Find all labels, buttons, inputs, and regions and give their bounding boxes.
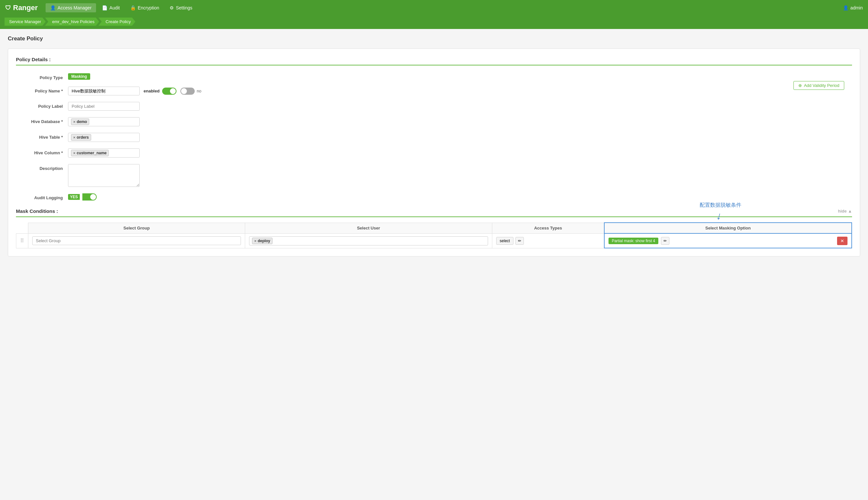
policy-details-title: Policy Details : bbox=[16, 57, 852, 66]
hive-database-wrap: × demo bbox=[68, 117, 852, 126]
nav-encryption-label: Encryption bbox=[138, 5, 159, 10]
nav-audit-label: Audit bbox=[110, 5, 120, 10]
policy-label-label: Policy Label bbox=[16, 102, 68, 109]
policy-card: Policy Details : Policy Type Masking ⊕ A… bbox=[8, 48, 860, 257]
no-label: no bbox=[197, 89, 201, 93]
policy-type-label: Policy Type bbox=[16, 73, 68, 80]
column-tag-text: customer_name bbox=[77, 151, 106, 155]
table-tag-text: orders bbox=[77, 135, 89, 140]
clock-icon: ⊕ bbox=[798, 83, 802, 88]
select-user-cell: × deploy bbox=[245, 234, 492, 248]
enabled-toggle-wrap: enabled bbox=[144, 88, 176, 95]
masking-option-cell: Partial mask: show first 4 ✏ ✕ bbox=[604, 234, 852, 248]
no-toggle-wrap: no bbox=[180, 88, 201, 95]
masking-option-edit-button[interactable]: ✏ bbox=[661, 237, 670, 245]
annotation-text: 配置数据脱敏条件 bbox=[700, 202, 741, 209]
top-navigation: 🛡 Ranger 👤 Access Manager 📄 Audit 🔒 Encr… bbox=[0, 0, 868, 16]
user-name: admin bbox=[850, 5, 863, 10]
audit-toggle[interactable] bbox=[82, 193, 97, 201]
hive-database-label: Hive Database * bbox=[16, 117, 68, 124]
nav-encryption[interactable]: 🔒 Encryption bbox=[126, 3, 164, 12]
hide-link[interactable]: hide ▲ bbox=[838, 209, 852, 214]
page-content: Create Policy Policy Details : Policy Ty… bbox=[0, 29, 868, 263]
select-group-input[interactable] bbox=[32, 236, 241, 245]
page-title: Create Policy bbox=[8, 35, 860, 42]
column-tag: × customer_name bbox=[71, 150, 109, 156]
drag-handle-cell: ⠿ bbox=[16, 234, 28, 248]
breadcrumb-create-policy[interactable]: Create Policy bbox=[98, 18, 135, 26]
policy-name-input[interactable] bbox=[68, 87, 140, 95]
audit-logging-wrap: YES bbox=[68, 193, 852, 201]
policy-name-wrap: enabled no bbox=[68, 87, 852, 95]
policy-name-label: Policy Name * bbox=[16, 87, 68, 93]
hive-table-wrap: × orders bbox=[68, 133, 852, 142]
nav-settings-label: Settings bbox=[176, 5, 192, 10]
add-validity-button[interactable]: ⊕ Add Validity Period bbox=[793, 81, 844, 90]
no-toggle[interactable] bbox=[180, 88, 195, 95]
nav-access-manager-label: Access Manager bbox=[58, 5, 91, 10]
db-tag-remove[interactable]: × bbox=[73, 120, 75, 124]
breadcrumb-service-manager[interactable]: Service Manager bbox=[4, 18, 46, 26]
policy-type-row: Policy Type Masking ⊕ Add Validity Perio… bbox=[16, 73, 852, 80]
condition-row: ⠿ × deploy bbox=[16, 234, 852, 248]
conditions-table: Select Group Select User Access Types Se… bbox=[16, 222, 852, 248]
user-menu[interactable]: 👤 admin bbox=[843, 5, 863, 10]
masking-badge: Masking bbox=[68, 73, 90, 80]
hive-column-label: Hive Column * bbox=[16, 148, 68, 155]
masking-option-delete-button[interactable]: ✕ bbox=[837, 237, 847, 245]
hive-database-row: Hive Database * × demo bbox=[16, 117, 852, 126]
column-tag-remove[interactable]: × bbox=[73, 151, 75, 155]
hive-column-input[interactable]: × customer_name bbox=[68, 148, 140, 158]
nav-settings[interactable]: ⚙ Settings bbox=[165, 3, 197, 12]
access-types-cell: select ✏ bbox=[492, 234, 604, 248]
hive-column-row: Hive Column * × customer_name bbox=[16, 148, 852, 158]
hive-table-label: Hive Table * bbox=[16, 133, 68, 140]
masking-option-text: Partial mask: show first 4 bbox=[612, 239, 655, 243]
brand-logo: 🛡 Ranger bbox=[5, 3, 38, 12]
audit-icon: 📄 bbox=[102, 5, 107, 10]
drag-col-header bbox=[16, 223, 28, 234]
encryption-icon: 🔒 bbox=[130, 5, 136, 10]
access-types-wrap: select ✏ bbox=[496, 237, 600, 245]
user-icon: 👤 bbox=[843, 5, 848, 10]
audit-logging-row: Audit Logging YES bbox=[16, 193, 852, 201]
enabled-toggle[interactable] bbox=[162, 88, 176, 95]
select-group-header: Select Group bbox=[28, 223, 245, 234]
policy-label-input[interactable] bbox=[68, 102, 140, 111]
select-group-cell bbox=[28, 234, 245, 248]
mask-conditions-title: Mask Conditions : bbox=[16, 208, 58, 214]
select-masking-option-header: Select Masking Option bbox=[604, 223, 852, 234]
audit-toggle-wrap: YES bbox=[68, 193, 97, 201]
policy-name-row: Policy Name * enabled no bbox=[16, 87, 852, 95]
enabled-label: enabled bbox=[144, 89, 160, 93]
access-types-header: Access Types bbox=[492, 223, 604, 234]
user-tag-remove[interactable]: × bbox=[254, 239, 256, 243]
breadcrumb-policies[interactable]: emr_dev_hive Policies bbox=[45, 18, 99, 26]
yes-label: YES bbox=[68, 194, 80, 200]
hive-database-input[interactable]: × demo bbox=[68, 117, 140, 126]
brand-name: Ranger bbox=[13, 3, 38, 12]
masking-option-badge: Partial mask: show first 4 bbox=[608, 238, 658, 244]
hive-column-wrap: × customer_name bbox=[68, 148, 852, 158]
db-tag-text: demo bbox=[77, 120, 87, 124]
table-tag-remove[interactable]: × bbox=[73, 135, 75, 139]
description-input[interactable] bbox=[68, 164, 140, 187]
nav-access-manager[interactable]: 👤 Access Manager bbox=[46, 3, 96, 12]
nav-items: 👤 Access Manager 📄 Audit 🔒 Encryption ⚙ … bbox=[46, 3, 843, 12]
masking-option-wrap: Partial mask: show first 4 ✏ ✕ bbox=[608, 237, 847, 245]
breadcrumb-bar: Service Manager emr_dev_hive Policies Cr… bbox=[0, 16, 868, 29]
policy-type-wrap: Masking bbox=[68, 73, 852, 80]
description-wrap bbox=[68, 164, 852, 187]
mask-conditions-section: Mask Conditions : hide ▲ 配置数据脱敏条件 ↓ Sele… bbox=[16, 208, 852, 248]
access-type-edit-button[interactable]: ✏ bbox=[515, 237, 524, 245]
hive-table-input[interactable]: × orders bbox=[68, 133, 140, 142]
nav-audit[interactable]: 📄 Audit bbox=[98, 3, 124, 12]
user-tag: × deploy bbox=[252, 238, 273, 244]
access-type-select-button[interactable]: select bbox=[496, 237, 513, 245]
description-label: Description bbox=[16, 164, 68, 171]
policy-label-wrap bbox=[68, 102, 852, 111]
shield-icon: 🛡 bbox=[5, 4, 11, 11]
hive-table-row: Hive Table * × orders bbox=[16, 133, 852, 142]
select-user-input[interactable]: × deploy bbox=[249, 236, 488, 246]
policy-label-row: Policy Label bbox=[16, 102, 852, 111]
